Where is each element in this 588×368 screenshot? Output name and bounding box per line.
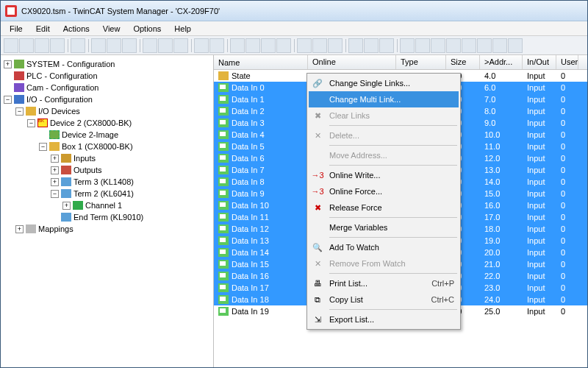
menu-edit[interactable]: Edit [30,23,56,35]
ctx-release-force[interactable]: ✖Release Force [309,199,459,216]
cell-addr: 8.0 [480,106,523,116]
move-icon [312,149,323,161]
tool-open[interactable] [19,38,34,53]
tool-search[interactable] [400,38,415,53]
col-online[interactable]: Online [308,55,396,69]
tool-iq[interactable] [477,38,492,53]
col-type[interactable]: Type [396,55,446,69]
cell-io: Input [523,94,556,105]
separator-icon [88,39,89,52]
tool-monitor[interactable] [245,38,260,53]
ctx-change-single-links[interactable]: 🔗Change Single Links... [309,75,459,91]
expand-icon[interactable]: + [62,202,71,210]
tool-help[interactable] [508,38,523,53]
col-addr[interactable]: >Addr... [480,55,523,69]
tree-channel1[interactable]: +Channel 1 [2,199,212,211]
tool-info[interactable] [492,38,507,53]
tool-scope[interactable] [364,38,379,53]
ctx-copy-list[interactable]: ⧉Copy ListCtrl+C [309,291,459,308]
separator-icon [329,125,457,126]
col-size[interactable]: Size [446,55,480,69]
var-icon [218,295,229,304]
col-io[interactable]: In/Out [523,55,556,69]
tool-stop[interactable] [328,38,343,53]
tree-io-devices[interactable]: −I/O Devices [2,105,212,117]
tool-new[interactable] [4,38,18,53]
tree-io-config[interactable]: −I/O - Configuration [2,93,212,105]
expand-icon[interactable]: + [51,178,59,186]
menu-file[interactable]: File [4,23,29,35]
tool-restart[interactable] [348,38,363,53]
collapse-icon[interactable]: − [51,190,59,198]
collapse-icon[interactable]: − [27,119,35,127]
ctx-change-multi-link[interactable]: Change Multi Link... [309,91,459,107]
cell-name: Data In 11 [232,213,269,222]
tree-term2[interactable]: −Term 2 (KL6041) [2,188,212,199]
shortcut: Ctrl+P [431,279,454,288]
ctx-label: Online Force... [329,187,382,196]
ctx-merge-variables[interactable]: Merge Variables [309,219,459,236]
expand-icon[interactable]: + [51,166,59,174]
tree-outputs[interactable]: +Outputs [2,164,212,176]
ctx-online-write[interactable]: →3Online Write... [309,167,459,183]
tool-watch[interactable] [415,38,430,53]
tool-link[interactable] [431,38,445,53]
ctx-label: Online Write... [329,171,381,180]
tool-check[interactable] [194,38,209,53]
tree-cam[interactable]: Cam - Configuration [2,82,212,93]
tree-label: Outputs [74,166,102,174]
ctx-add-to-watch[interactable]: 🔍Add To Watch [309,239,459,255]
ctx-print-list[interactable]: 🖶Print List...Ctrl+P [309,275,459,291]
tool-find[interactable] [158,38,173,53]
expand-icon[interactable]: + [51,155,59,163]
collapse-icon[interactable]: − [15,107,24,116]
ctx-online-force[interactable]: →3Online Force... [309,183,459,199]
tree-box1[interactable]: −Box 1 (CX8000-BK) [2,141,212,152]
tree-term3[interactable]: +Term 3 (KL1408) [2,176,212,188]
cell-name: State [232,71,251,80]
menu-actions[interactable]: Actions [57,23,96,35]
tool-sync[interactable] [261,38,276,53]
tool-save[interactable] [35,38,49,53]
tree-device2[interactable]: −BKDevice 2 (CX8000-BK) [2,117,212,129]
tool-copy[interactable] [107,38,121,53]
tree-inputs[interactable]: +Inputs [2,152,212,164]
cell-name: Data In 16 [232,272,269,280]
collapse-icon[interactable]: − [39,143,47,151]
tool-paste[interactable] [122,38,137,53]
tool-saveall[interactable] [50,38,65,53]
tree-plc[interactable]: PLC - Configuration [2,70,212,82]
tool-reload[interactable] [173,38,188,53]
tree-label: I/O - Configuration [26,95,93,104]
tool-freerun[interactable] [379,38,394,53]
tool-activate[interactable] [209,38,224,53]
ctx-label: Change Single Links... [329,79,410,88]
tool-wand[interactable] [446,38,461,53]
expand-icon[interactable]: + [4,60,12,68]
tool-run[interactable] [312,38,327,53]
tree-device2-image[interactable]: Device 2-Image [2,129,212,141]
tool-target[interactable] [230,38,245,53]
cell-addr: 24.0 [480,294,523,305]
cell-user: 0 [556,200,578,210]
tool-config[interactable] [297,38,312,53]
tree-panel: +SYSTEM - Configuration PLC - Configurat… [1,55,214,367]
tree-mappings[interactable]: +Mappings [2,223,212,235]
collapse-icon[interactable]: − [4,96,12,104]
tree-system[interactable]: +SYSTEM - Configuration [2,58,212,70]
tree-label: SYSTEM - Configuration [26,60,115,68]
expand-icon[interactable]: + [15,225,24,233]
ctx-export-list[interactable]: ⇲Export List... [309,311,459,328]
tool-devices[interactable] [143,38,157,53]
clear-icon: ✖ [312,110,323,121]
tool-io[interactable] [276,38,291,53]
menu-options[interactable]: Options [127,23,167,35]
menu-help[interactable]: Help [168,23,197,35]
tree-endterm[interactable]: End Term (KL9010) [2,211,212,223]
menu-view[interactable]: View [97,23,126,35]
tool-print[interactable] [71,38,85,53]
col-user[interactable]: User [556,55,578,69]
tool-cut[interactable] [91,38,106,53]
col-name[interactable]: Name [214,55,308,69]
tool-edit[interactable] [462,38,476,53]
